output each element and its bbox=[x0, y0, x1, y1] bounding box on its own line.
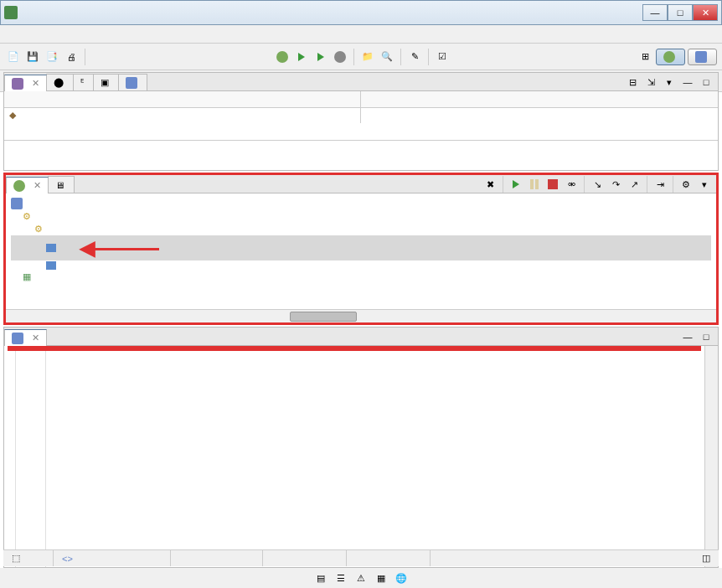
horizontal-scrollbar[interactable] bbox=[6, 309, 716, 322]
window-titlebar: — □ ✕ bbox=[0, 0, 722, 25]
menu-project[interactable] bbox=[97, 33, 111, 36]
stack-frame-1[interactable]: ◀ bbox=[11, 235, 711, 260]
save-button[interactable]: 💾 bbox=[24, 49, 41, 65]
close-icon[interactable]: ✕ bbox=[34, 180, 41, 191]
minimize-icon[interactable]: — bbox=[679, 74, 696, 90]
menu-navigate[interactable] bbox=[67, 33, 80, 36]
drop-frame-button[interactable]: ⇥ bbox=[652, 176, 668, 193]
remove-terminated-button[interactable]: ✖ bbox=[482, 176, 498, 193]
close-button[interactable]: ✕ bbox=[693, 4, 718, 21]
print-button[interactable]: 🖨 bbox=[63, 49, 80, 65]
process-node[interactable]: ▦ bbox=[11, 271, 711, 283]
tab-parameter-stack[interactable] bbox=[118, 74, 147, 90]
tasks-icon[interactable]: ☰ bbox=[333, 570, 349, 586]
tab-breakpoints[interactable]: ⬤ bbox=[46, 74, 74, 90]
run-last-button[interactable] bbox=[312, 49, 329, 65]
annotation-button[interactable]: ✎ bbox=[406, 49, 423, 65]
var-menu-button[interactable]: ▾ bbox=[661, 74, 678, 90]
output-icon[interactable]: ▦ bbox=[373, 570, 389, 586]
vertical-scrollbar[interactable] bbox=[704, 346, 718, 567]
status-bar: ⬚ <> ◫ bbox=[3, 549, 719, 566]
problems-icon[interactable]: ⚠ bbox=[353, 570, 369, 586]
variables-tabrow: ✕ ⬤ ᴱ ▣ ⊟ ⇲ ▾ — □ bbox=[4, 73, 718, 91]
maximize-icon[interactable]: □ bbox=[698, 74, 714, 90]
task-button[interactable]: ☑ bbox=[434, 49, 451, 65]
editor-pane: ✕ — □ bbox=[3, 327, 719, 568]
variables-pane: ✕ ⬤ ᴱ ▣ ⊟ ⇲ ▾ — □ ◆ bbox=[3, 72, 719, 171]
debug-tabrow: ✕ 🖥 ✖ ⚮ ↘ ↷ ↗ ⇥ ⚙ ▾ bbox=[6, 175, 716, 193]
editor-tabrow: ✕ — □ bbox=[4, 328, 718, 346]
step-return-button[interactable]: ↗ bbox=[626, 176, 642, 193]
use-step-filters-button[interactable]: ⚙ bbox=[678, 176, 694, 193]
variables-header bbox=[4, 91, 718, 108]
new-button[interactable]: 📄 bbox=[5, 49, 22, 65]
col-value[interactable] bbox=[361, 91, 718, 107]
menu-refactor[interactable] bbox=[52, 33, 65, 36]
launch-node[interactable] bbox=[11, 197, 711, 210]
editor-tab-index[interactable]: ✕ bbox=[4, 329, 47, 346]
ext-tools-button[interactable] bbox=[332, 49, 348, 65]
target-node[interactable]: ⚙ bbox=[11, 223, 711, 235]
minimize-button[interactable]: — bbox=[642, 4, 668, 21]
search-button[interactable]: 🔍 bbox=[379, 49, 395, 65]
browser-icon[interactable]: 🌐 bbox=[393, 570, 410, 586]
var-tree-button[interactable]: ⊟ bbox=[624, 74, 641, 90]
line-gutter[interactable] bbox=[16, 346, 46, 567]
code-editor[interactable] bbox=[4, 346, 718, 567]
tab-interactive-console[interactable]: ▣ bbox=[93, 74, 119, 90]
save-all-button[interactable]: 📑 bbox=[44, 49, 60, 65]
menu-file[interactable] bbox=[7, 33, 20, 36]
minimize-icon[interactable]: — bbox=[679, 328, 696, 345]
menu-run[interactable] bbox=[112, 33, 126, 36]
maximize-button[interactable]: □ bbox=[668, 4, 693, 21]
status-mode bbox=[171, 550, 263, 566]
close-icon[interactable]: ✕ bbox=[32, 78, 39, 89]
callout-arrow-icon: ◀ bbox=[80, 236, 159, 260]
status-trim-button[interactable]: ◫ bbox=[694, 550, 719, 566]
stack-frame-2[interactable] bbox=[11, 260, 711, 271]
resume-button[interactable] bbox=[508, 176, 524, 193]
tab-expressions[interactable]: ᴱ bbox=[73, 74, 94, 90]
app-node[interactable]: ⚙ bbox=[11, 210, 711, 223]
status-insert bbox=[263, 550, 347, 566]
trim-bar: ▤ ☰ ⚠ ▦ 🌐 bbox=[0, 568, 722, 588]
col-name[interactable] bbox=[4, 91, 361, 107]
tab-variables[interactable]: ✕ bbox=[4, 75, 47, 91]
suspend-button[interactable] bbox=[526, 176, 543, 193]
perspective-debug[interactable] bbox=[656, 49, 685, 65]
debug-tree[interactable]: ⚙ ⚙ ◀ ▦ bbox=[6, 193, 716, 309]
status-position bbox=[347, 550, 431, 566]
var-collapse-button[interactable]: ⇲ bbox=[642, 74, 659, 90]
debug-button[interactable] bbox=[274, 49, 291, 65]
menu-source[interactable] bbox=[37, 33, 50, 36]
app-icon bbox=[4, 6, 18, 19]
console-icon[interactable]: ▤ bbox=[312, 570, 329, 586]
open-perspective-button[interactable]: ⊞ bbox=[637, 49, 653, 65]
run-button[interactable] bbox=[293, 49, 310, 65]
open-type-button[interactable]: 📁 bbox=[359, 49, 376, 65]
menu-help[interactable] bbox=[142, 33, 156, 36]
perspective-php[interactable] bbox=[688, 49, 717, 65]
view-menu-button[interactable]: ▾ bbox=[696, 176, 713, 193]
menu-edit[interactable] bbox=[22, 33, 35, 36]
step-into-button[interactable]: ↘ bbox=[589, 176, 606, 193]
variable-row[interactable]: ◆ bbox=[4, 108, 718, 123]
menu-search[interactable] bbox=[82, 33, 95, 36]
disconnect-button[interactable]: ⚮ bbox=[563, 176, 580, 193]
terminate-button[interactable] bbox=[544, 176, 561, 193]
debug-pane: ✕ 🖥 ✖ ⚮ ↘ ↷ ↗ ⇥ ⚙ ▾ ⚙ ⚙ bbox=[3, 173, 719, 325]
status-lang: <> bbox=[54, 550, 171, 566]
tab-debug[interactable]: ✕ bbox=[6, 177, 49, 193]
menu-window[interactable] bbox=[127, 33, 141, 36]
close-icon[interactable]: ✕ bbox=[32, 333, 39, 343]
main-toolbar: 📄 💾 📑 🖨 📁 🔍 ✎ ☑ ⊞ bbox=[0, 44, 722, 70]
var-value bbox=[361, 108, 718, 123]
status-icon-cell: ⬚ bbox=[3, 550, 54, 566]
marker-bar[interactable] bbox=[4, 346, 16, 567]
tab-servers[interactable]: 🖥 bbox=[48, 176, 75, 193]
maximize-icon[interactable]: □ bbox=[698, 328, 714, 345]
code-lines[interactable] bbox=[46, 346, 704, 567]
menu-bar bbox=[0, 25, 722, 44]
step-over-button[interactable]: ↷ bbox=[607, 176, 624, 193]
